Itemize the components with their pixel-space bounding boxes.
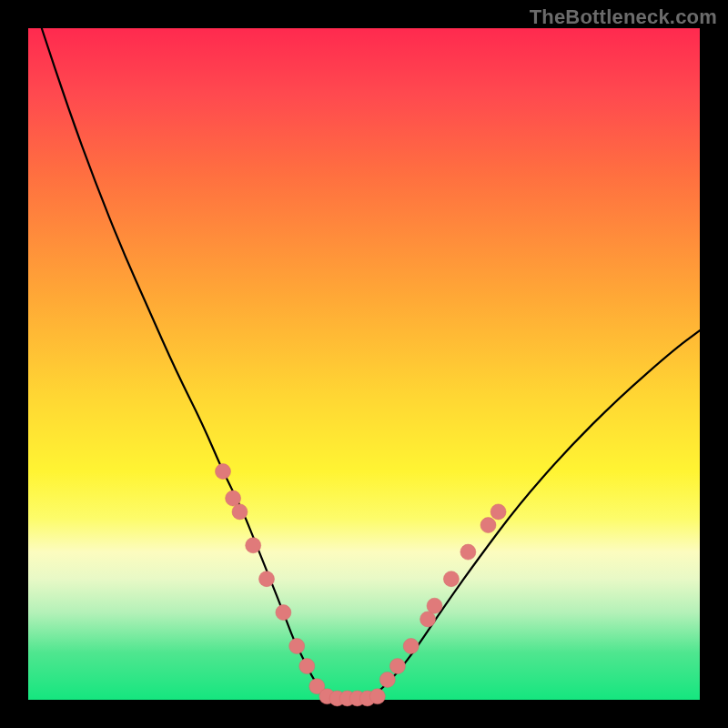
data-dots <box>216 464 507 706</box>
data-dot <box>289 639 305 654</box>
chart-frame: TheBottleneck.com <box>0 0 728 728</box>
data-dot <box>403 639 419 654</box>
data-dot <box>389 659 405 674</box>
data-dot <box>259 571 275 587</box>
data-dot <box>232 504 248 520</box>
data-dot <box>216 464 231 480</box>
plot-area <box>28 28 700 700</box>
data-dot <box>420 612 436 627</box>
bottleneck-curve <box>42 28 700 700</box>
chart-svg <box>28 28 700 700</box>
data-dot <box>246 538 261 553</box>
data-dot <box>460 544 476 560</box>
data-dot <box>480 518 496 533</box>
data-dot <box>369 689 385 704</box>
watermark-text: TheBottleneck.com <box>530 5 717 29</box>
data-dot <box>226 490 241 506</box>
data-dot <box>443 571 459 587</box>
data-dot <box>427 598 442 613</box>
data-dot <box>379 672 395 687</box>
data-dot <box>276 605 291 621</box>
data-dot <box>299 659 315 674</box>
data-dot <box>490 504 506 520</box>
